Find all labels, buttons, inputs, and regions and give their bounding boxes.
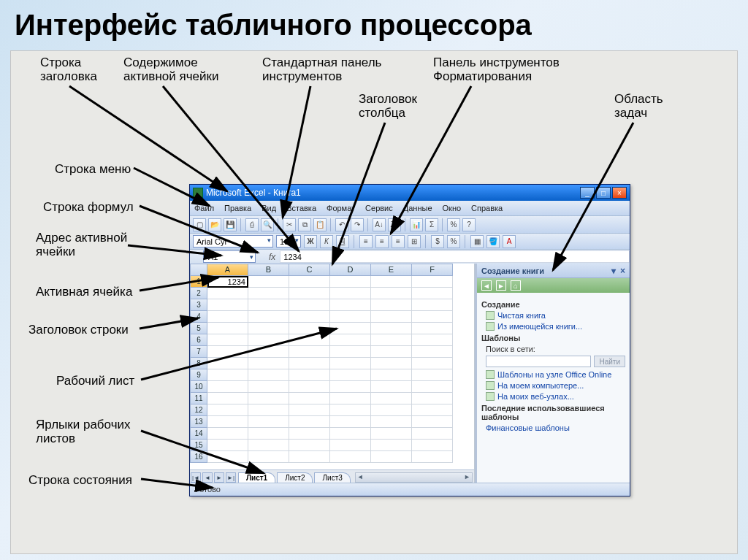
cell[interactable] bbox=[207, 393, 248, 404]
cell[interactable] bbox=[330, 346, 371, 358]
cell[interactable] bbox=[289, 381, 330, 393]
taskpane-back-icon[interactable]: ◄ bbox=[481, 280, 492, 291]
currency-icon[interactable]: $ bbox=[431, 235, 444, 248]
font-color-icon[interactable]: A bbox=[503, 235, 516, 248]
help-icon[interactable]: ? bbox=[462, 218, 476, 231]
cell[interactable] bbox=[412, 393, 453, 404]
row-header-9[interactable]: 9 bbox=[190, 369, 207, 381]
cell[interactable]: 1234 bbox=[207, 276, 248, 288]
cell[interactable] bbox=[371, 276, 412, 288]
cell[interactable] bbox=[248, 393, 289, 404]
cell[interactable] bbox=[248, 416, 289, 428]
cell[interactable] bbox=[330, 311, 371, 323]
row-header-8[interactable]: 8 bbox=[190, 358, 207, 369]
save-icon[interactable]: 💾 bbox=[224, 218, 237, 231]
menu-file[interactable]: Файл bbox=[194, 204, 214, 212]
cell[interactable] bbox=[371, 288, 412, 299]
horizontal-scrollbar[interactable] bbox=[355, 472, 473, 483]
cell[interactable] bbox=[330, 358, 371, 369]
cell[interactable] bbox=[248, 451, 289, 463]
font-size-combo[interactable]: 10 bbox=[276, 235, 301, 248]
cell[interactable] bbox=[248, 358, 289, 369]
cell[interactable] bbox=[412, 311, 453, 323]
cell[interactable] bbox=[248, 323, 289, 334]
redo-icon[interactable]: ↷ bbox=[351, 218, 364, 231]
cell[interactable] bbox=[248, 369, 289, 381]
sort-asc-icon[interactable]: A↓ bbox=[373, 218, 386, 231]
cell[interactable] bbox=[289, 346, 330, 358]
cell[interactable] bbox=[330, 369, 371, 381]
cell[interactable] bbox=[412, 299, 453, 311]
cell[interactable] bbox=[371, 334, 412, 346]
cell[interactable] bbox=[289, 416, 330, 428]
underline-icon[interactable]: Ч bbox=[336, 235, 349, 248]
cut-icon[interactable]: ✂ bbox=[283, 218, 296, 231]
cell[interactable] bbox=[371, 358, 412, 369]
cell[interactable] bbox=[412, 346, 453, 358]
cell[interactable] bbox=[371, 311, 412, 323]
row-header-6[interactable]: 6 bbox=[190, 334, 207, 346]
cell[interactable] bbox=[248, 404, 289, 416]
row-header-12[interactable]: 12 bbox=[190, 404, 207, 416]
cell[interactable] bbox=[289, 334, 330, 346]
cell[interactable] bbox=[330, 299, 371, 311]
cell[interactable] bbox=[412, 428, 453, 440]
tp-search-input[interactable] bbox=[486, 356, 591, 367]
tab-nav-next-icon[interactable]: ► bbox=[214, 472, 224, 483]
cell[interactable] bbox=[207, 311, 248, 323]
tp-link-blank[interactable]: Чистая книга bbox=[486, 311, 625, 320]
sort-desc-icon[interactable]: Z↓ bbox=[388, 218, 401, 231]
cell[interactable] bbox=[371, 404, 412, 416]
row-header-3[interactable]: 3 bbox=[190, 299, 207, 311]
menu-data[interactable]: Данные bbox=[403, 204, 432, 212]
cell[interactable] bbox=[207, 369, 248, 381]
tp-search-button[interactable]: Найти bbox=[594, 356, 625, 367]
column-header-F[interactable]: F bbox=[412, 264, 453, 276]
cell[interactable] bbox=[207, 358, 248, 369]
menu-format[interactable]: Формат bbox=[327, 204, 355, 212]
row-header-16[interactable]: 16 bbox=[190, 451, 207, 463]
merge-icon[interactable]: ⊞ bbox=[408, 235, 421, 248]
cell[interactable] bbox=[289, 358, 330, 369]
cell[interactable] bbox=[330, 428, 371, 440]
worksheet-grid[interactable]: A B C D E F 112342345678910111213141516 … bbox=[190, 264, 475, 483]
column-header-E[interactable]: E bbox=[371, 264, 412, 276]
cell[interactable] bbox=[412, 369, 453, 381]
cell[interactable] bbox=[207, 288, 248, 299]
column-header-C[interactable]: C bbox=[289, 264, 330, 276]
cell[interactable] bbox=[412, 381, 453, 393]
cell[interactable] bbox=[330, 440, 371, 451]
zoom-icon[interactable]: % bbox=[447, 218, 460, 231]
tab-nav-first-icon[interactable]: |◄ bbox=[191, 472, 201, 483]
cell[interactable] bbox=[289, 404, 330, 416]
cell[interactable] bbox=[207, 404, 248, 416]
menu-edit[interactable]: Правка bbox=[224, 204, 251, 212]
row-header-15[interactable]: 15 bbox=[190, 440, 207, 451]
borders-icon[interactable]: ▦ bbox=[470, 235, 484, 248]
maximize-button[interactable]: □ bbox=[596, 187, 611, 199]
tab-nav-last-icon[interactable]: ►| bbox=[226, 472, 236, 483]
cell[interactable] bbox=[412, 440, 453, 451]
row-header-13[interactable]: 13 bbox=[190, 416, 207, 428]
taskpane-home-icon[interactable]: ⌂ bbox=[511, 280, 521, 291]
font-name-combo[interactable]: Arial Cyr bbox=[193, 235, 273, 248]
new-icon[interactable]: ▢ bbox=[193, 218, 206, 231]
tab-nav-prev-icon[interactable]: ◄ bbox=[202, 472, 213, 483]
paste-icon[interactable]: 📋 bbox=[313, 218, 327, 231]
cell[interactable] bbox=[207, 416, 248, 428]
cell[interactable] bbox=[248, 311, 289, 323]
cell[interactable] bbox=[289, 369, 330, 381]
bold-icon[interactable]: Ж bbox=[304, 235, 317, 248]
undo-icon[interactable]: ↶ bbox=[335, 218, 348, 231]
cell[interactable] bbox=[207, 381, 248, 393]
menu-insert[interactable]: Вставка bbox=[286, 204, 316, 212]
cell[interactable] bbox=[330, 381, 371, 393]
tp-link-my-computer[interactable]: На моем компьютере... bbox=[486, 381, 625, 390]
cell[interactable] bbox=[289, 428, 330, 440]
cell[interactable] bbox=[248, 276, 289, 288]
row-header-1[interactable]: 1 bbox=[190, 276, 207, 288]
cell[interactable] bbox=[289, 311, 330, 323]
chart-icon[interactable]: 📊 bbox=[410, 218, 423, 231]
row-header-14[interactable]: 14 bbox=[190, 428, 207, 440]
column-header-D[interactable]: D bbox=[330, 264, 371, 276]
